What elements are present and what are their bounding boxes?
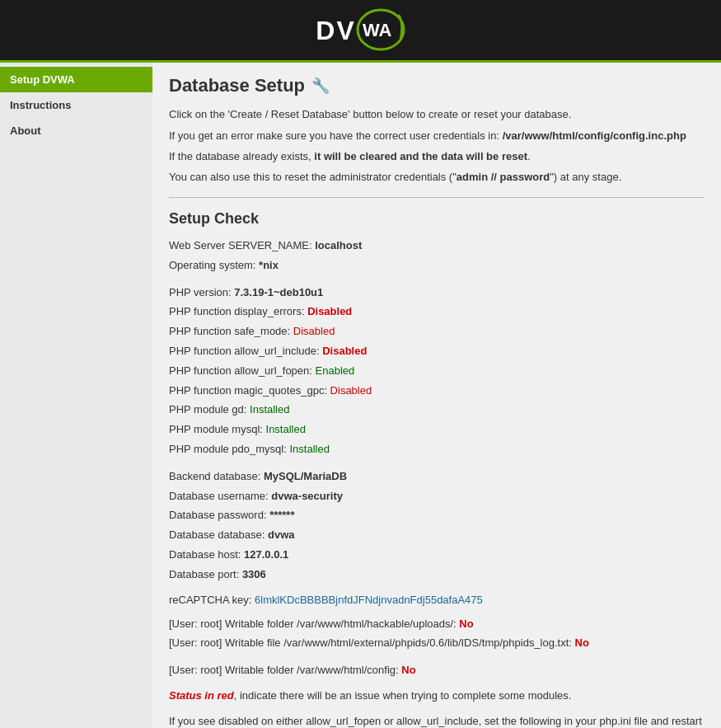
- intro-line3-bold: it will be cleared and the data will be …: [314, 150, 527, 162]
- check-safe-mode-value: Disabled: [293, 325, 335, 337]
- check-mysql: PHP module mysql: Installed: [169, 421, 705, 439]
- writable-phpids-value: No: [575, 636, 589, 649]
- allow-url-info: If you see disabled on either allow_url_…: [169, 713, 705, 728]
- db-port-label: Database port:: [169, 568, 242, 580]
- check-allow-url-fopen: PHP function allow_url_fopen: Enabled: [169, 363, 705, 380]
- db-port: Database port: 3306: [169, 566, 705, 584]
- status-red-notice: Status in red, indicate there will be an…: [169, 688, 705, 705]
- page-title: Database Setup 🔧: [169, 75, 705, 96]
- check-gd: PHP module gd: Installed: [169, 402, 705, 419]
- sidebar-item-instructions[interactable]: Instructions: [0, 92, 152, 118]
- intro-line2-path: /var/www/html/config/config.inc.php: [503, 129, 686, 142]
- check-php-version-label: PHP version:: [169, 286, 234, 298]
- db-username: Database username: dvwa-security: [169, 488, 705, 505]
- sidebar-item-about[interactable]: About: [0, 118, 152, 143]
- writable-config-section: [User: root] Writable folder /var/www/ht…: [169, 662, 705, 705]
- db-host-label: Database host:: [169, 548, 244, 561]
- db-username-label: Database username:: [169, 490, 271, 502]
- logo-container: DV WA: [316, 8, 405, 54]
- check-gd-value: Installed: [250, 403, 289, 416]
- db-host-value: 127.0.0.1: [244, 548, 288, 561]
- check-os: Operating system: *nix: [169, 257, 705, 275]
- writable-phpids: [User: root] Writable file /var/www/html…: [169, 635, 705, 652]
- writable-phpids-label: [User: root] Writable file /var/www/html…: [169, 636, 575, 649]
- check-mysql-value: Installed: [266, 423, 306, 435]
- check-server-name-label: Web Server SERVER_NAME:: [169, 239, 315, 251]
- check-allow-url-include-label: PHP function allow_url_include:: [169, 345, 322, 357]
- check-display-errors-label: PHP function display_errors:: [169, 305, 307, 317]
- intro-line2: If you get an error make sure you have t…: [169, 128, 705, 144]
- db-database: Database database: dvwa: [169, 527, 705, 544]
- check-allow-url-include: PHP function allow_url_include: Disabled: [169, 343, 705, 360]
- recaptcha-value: 6lmklKDcBBBBBjnfdJFNdjnvadnFdj55dafaA475: [255, 594, 483, 606]
- check-server-name: Web Server SERVER_NAME: localhost: [169, 237, 705, 255]
- check-server-name-value: localhost: [315, 239, 362, 251]
- writable-checks: [User: root] Writable folder /var/www/ht…: [169, 616, 705, 653]
- setup-check-title: Setup Check: [169, 210, 705, 228]
- db-backend-label: Backend database:: [169, 470, 264, 482]
- main-content: Database Setup 🔧 Click on the 'Create / …: [152, 63, 721, 728]
- logo-text: DV: [316, 16, 355, 46]
- db-host: Database host: 127.0.0.1: [169, 547, 705, 564]
- check-pdo-mysql: PHP module pdo_mysql: Installed: [169, 441, 705, 458]
- db-backend: Backend database: MySQL/MariaDB: [169, 468, 705, 486]
- logo-swoosh-icon: WA: [356, 8, 405, 51]
- page-title-text: Database Setup: [169, 75, 305, 96]
- intro-line4: You can also use this to reset the admin…: [169, 169, 705, 186]
- sidebar-item-setup-dvwa[interactable]: Setup DVWA: [0, 67, 152, 92]
- check-os-label: Operating system:: [169, 259, 259, 271]
- sidebar: Setup DVWA Instructions About: [0, 63, 152, 728]
- db-password: Database password: ******: [169, 507, 705, 524]
- intro-line1: Click on the 'Create / Reset Database' b…: [169, 106, 705, 123]
- writable-config-label: [User: root] Writable folder /var/www/ht…: [169, 664, 401, 676]
- db-database-label: Database database:: [169, 528, 268, 541]
- check-display-errors-value: Disabled: [307, 305, 352, 317]
- intro-line2-prefix: If you get an error make sure you have t…: [169, 129, 503, 142]
- db-backend-value: MySQL/MariaDB: [264, 470, 347, 482]
- status-red-suffix: , indicate there will be an issue when t…: [234, 689, 572, 702]
- divider: [169, 197, 705, 198]
- check-allow-url-fopen-label: PHP function allow_url_fopen:: [169, 364, 316, 377]
- check-magic-quotes: PHP function magic_quotes_gpc: Disabled: [169, 383, 705, 400]
- db-database-value: dvwa: [268, 528, 295, 541]
- intro-line3: If the database already exists, it will …: [169, 148, 705, 165]
- check-os-value: *nix: [259, 259, 279, 271]
- intro-line3-prefix: If the database already exists,: [169, 150, 314, 162]
- check-mysql-label: PHP module mysql:: [169, 423, 266, 435]
- status-red-text: Status in red: [169, 689, 234, 702]
- check-magic-quotes-label: PHP function magic_quotes_gpc:: [169, 384, 330, 397]
- check-safe-mode: PHP function safe_mode: Disabled: [169, 323, 705, 341]
- db-info: Backend database: MySQL/MariaDB Database…: [169, 468, 705, 584]
- check-gd-label: PHP module gd:: [169, 403, 250, 416]
- intro-line4-suffix: ") at any stage.: [550, 171, 621, 183]
- check-allow-url-include-value: Disabled: [322, 345, 367, 357]
- check-php-version-value: 7.3.19-1~deb10u1: [234, 286, 323, 298]
- check-pdo-mysql-label: PHP module pdo_mysql:: [169, 443, 289, 455]
- db-password-label: Database password:: [169, 509, 269, 521]
- intro-line4-prefix: You can also use this to reset the admin…: [169, 171, 456, 183]
- layout: Setup DVWA Instructions About Database S…: [0, 63, 721, 728]
- check-php-version: PHP version: 7.3.19-1~deb10u1: [169, 284, 705, 302]
- recaptcha-label: reCAPTCHA key:: [169, 594, 255, 606]
- writable-config-value: No: [401, 664, 415, 676]
- check-magic-quotes-value: Disabled: [330, 384, 372, 397]
- svg-text:WA: WA: [363, 20, 392, 40]
- recaptcha-line: reCAPTCHA key: 6lmklKDcBBBBBjnfdJFNdjnva…: [169, 594, 705, 606]
- db-username-value: dvwa-security: [271, 490, 343, 502]
- header: DV WA: [0, 0, 721, 63]
- writable-uploads-value: No: [459, 618, 473, 630]
- writable-config: [User: root] Writable folder /var/www/ht…: [169, 662, 705, 679]
- check-allow-url-fopen-value: Enabled: [316, 364, 355, 377]
- intro-line4-bold: admin // password: [456, 171, 550, 183]
- check-safe-mode-label: PHP function safe_mode:: [169, 325, 293, 337]
- wrench-icon: 🔧: [311, 77, 330, 95]
- check-display-errors: PHP function display_errors: Disabled: [169, 303, 705, 321]
- intro-line3-suffix: .: [527, 150, 531, 162]
- logo-wa: WA: [356, 8, 405, 54]
- db-port-value: 3306: [242, 568, 266, 580]
- check-pdo-mysql-value: Installed: [289, 443, 329, 455]
- db-password-value: ******: [269, 509, 294, 521]
- php-checks: PHP version: 7.3.19-1~deb10u1 PHP functi…: [169, 284, 705, 458]
- writable-uploads: [User: root] Writable folder /var/www/ht…: [169, 616, 705, 633]
- writable-uploads-label: [User: root] Writable folder /var/www/ht…: [169, 618, 459, 630]
